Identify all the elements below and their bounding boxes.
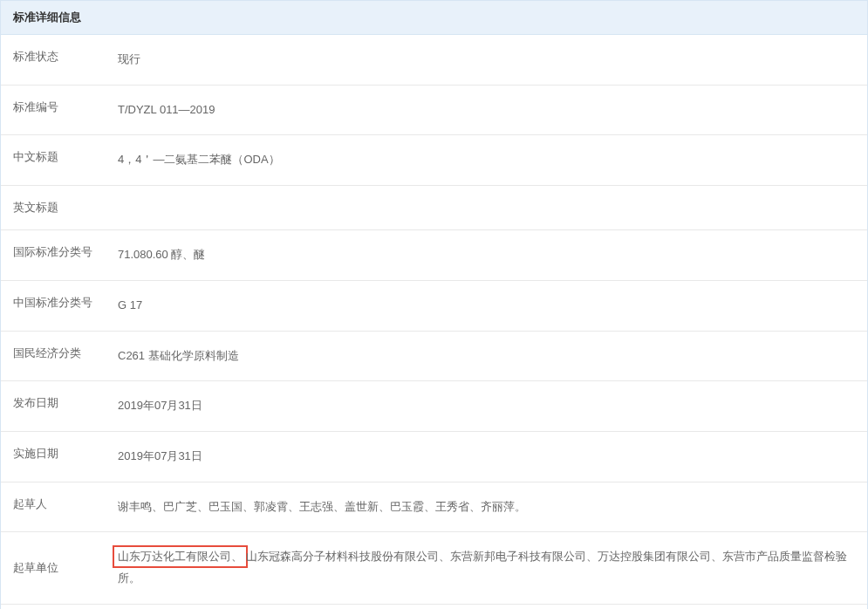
value-econ-class: C261 基础化学原料制造 (113, 332, 867, 381)
label-drafters: 起草人 (1, 482, 113, 532)
row-pub-date: 发布日期 2019年07月31日 (1, 381, 867, 432)
row-econ-class: 国民经济分类 C261 基础化学原料制造 (1, 332, 867, 382)
label-intl-class: 国际标准分类号 (1, 230, 113, 280)
row-impl-date: 实施日期 2019年07月31日 (1, 432, 867, 482)
row-cn-class: 中国标准分类号 G 17 (1, 281, 867, 332)
value-impl-date: 2019年07月31日 (113, 432, 867, 482)
highlighted-org: 山东万达化工有限公司、 (113, 545, 248, 568)
row-status: 标准状态 现行 (1, 35, 867, 86)
label-scope: 范围 (1, 605, 113, 609)
row-number: 标准编号 T/DYZL 011—2019 (1, 86, 867, 136)
value-title-en (113, 186, 867, 229)
value-cn-class: G 17 (113, 281, 867, 331)
row-intl-class: 国际标准分类号 71.080.60 醇、醚 (1, 230, 867, 281)
label-econ-class: 国民经济分类 (1, 332, 113, 381)
row-title-en: 英文标题 (1, 186, 867, 230)
value-drafters: 谢丰鸣、巴广芝、巴玉国、郭凌霄、王志强、盖世新、巴玉霞、王秀省、齐丽萍。 (113, 482, 867, 532)
value-title-cn: 4，4＇—二氨基二苯醚（ODA） (113, 135, 867, 185)
value-pub-date: 2019年07月31日 (113, 381, 867, 431)
value-draft-org: 山东万达化工有限公司、山东冠森高分子材料科技股份有限公司、东营新邦电子科技有限公… (113, 532, 867, 603)
label-draft-org: 起草单位 (1, 532, 113, 603)
value-scope (113, 605, 867, 609)
value-intl-class: 71.080.60 醇、醚 (113, 230, 867, 280)
standard-detail-table: 标准详细信息 标准状态 现行 标准编号 T/DYZL 011—2019 中文标题… (0, 0, 868, 609)
label-pub-date: 发布日期 (1, 381, 113, 431)
label-status: 标准状态 (1, 35, 113, 85)
row-drafters: 起草人 谢丰鸣、巴广芝、巴玉国、郭凌霄、王志强、盖世新、巴玉霞、王秀省、齐丽萍。 (1, 482, 867, 533)
label-title-cn: 中文标题 (1, 135, 113, 185)
label-impl-date: 实施日期 (1, 432, 113, 482)
row-scope: 范围 (1, 605, 867, 609)
value-number: T/DYZL 011—2019 (113, 86, 867, 135)
row-draft-org: 起草单位 山东万达化工有限公司、山东冠森高分子材料科技股份有限公司、东营新邦电子… (1, 532, 867, 604)
label-cn-class: 中国标准分类号 (1, 281, 113, 331)
table-header: 标准详细信息 (1, 1, 867, 35)
value-status: 现行 (113, 35, 867, 85)
label-number: 标准编号 (1, 86, 113, 135)
row-title-cn: 中文标题 4，4＇—二氨基二苯醚（ODA） (1, 135, 867, 186)
label-title-en: 英文标题 (1, 186, 113, 229)
